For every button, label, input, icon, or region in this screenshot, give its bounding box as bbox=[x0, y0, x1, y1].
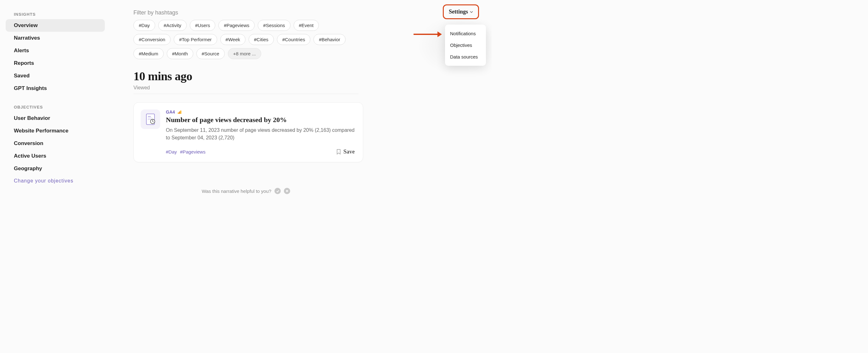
sidebar-item-website-performance[interactable]: Website Performance bbox=[6, 125, 105, 137]
hashtag-medium[interactable]: #Medium bbox=[133, 48, 164, 59]
sidebar-item-conversion[interactable]: Conversion bbox=[6, 137, 105, 150]
check-icon bbox=[276, 189, 279, 193]
hashtag-event[interactable]: #Event bbox=[293, 20, 319, 31]
hashtag-day[interactable]: #Day bbox=[133, 20, 155, 31]
feedback-text: Was this narrative helpful to you? bbox=[202, 188, 271, 194]
sidebar-item-gpt-insights[interactable]: GPT Insights bbox=[6, 82, 105, 95]
sidebar-item-active-users[interactable]: Active Users bbox=[6, 150, 105, 162]
card-source-label: GA4 bbox=[166, 109, 175, 115]
feedback-yes-button[interactable] bbox=[274, 188, 281, 194]
hashtag-pageviews[interactable]: #Pageviews bbox=[218, 20, 255, 31]
card-title: Number of page views decreased by 20% bbox=[166, 116, 355, 124]
close-icon bbox=[285, 189, 288, 193]
insight-card[interactable]: GA4 Number of page views decreased by 20… bbox=[133, 102, 363, 162]
hashtag-conversion[interactable]: #Conversion bbox=[133, 34, 170, 45]
hashtag-top-performer[interactable]: #Top Performer bbox=[174, 34, 217, 45]
chevron-down-icon bbox=[470, 11, 473, 13]
sidebar-item-geography[interactable]: Geography bbox=[6, 162, 105, 175]
dropdown-item-notifications[interactable]: Notifications bbox=[445, 28, 486, 39]
bookmark-icon bbox=[336, 149, 341, 155]
sidebar-item-saved[interactable]: Saved bbox=[6, 69, 105, 82]
hashtag-month[interactable]: #Month bbox=[167, 48, 193, 59]
sidebar-item-narratives[interactable]: Narratives bbox=[6, 32, 105, 44]
sidebar-item-overview[interactable]: Overview bbox=[6, 19, 105, 32]
change-objectives-link[interactable]: Change your objectives bbox=[6, 175, 105, 187]
time-heading: 10 mins ago bbox=[133, 69, 359, 83]
insights-section-label: INSIGHTS bbox=[6, 9, 105, 19]
dropdown-item-objectives[interactable]: Objectives bbox=[445, 39, 486, 51]
sidebar-item-alerts[interactable]: Alerts bbox=[6, 44, 105, 57]
hashtag-filter-group: #Day #Activity #Users #Pageviews #Sessio… bbox=[133, 20, 359, 59]
card-tag-day[interactable]: #Day bbox=[166, 149, 177, 155]
feedback-row: Was this narrative helpful to you? bbox=[133, 188, 359, 194]
hashtag-sessions[interactable]: #Sessions bbox=[258, 20, 290, 31]
settings-dropdown: Notifications Objectives Data sources bbox=[445, 25, 486, 66]
ga4-icon bbox=[178, 110, 182, 114]
settings-button[interactable]: Settings bbox=[443, 4, 479, 19]
dropdown-item-data-sources[interactable]: Data sources bbox=[445, 51, 486, 63]
card-document-icon bbox=[141, 109, 160, 129]
sidebar-item-user-behavior[interactable]: User Behavior bbox=[6, 112, 105, 125]
card-description: On September 11, 2023 number of page vie… bbox=[166, 126, 355, 141]
hashtag-behavior[interactable]: #Behavior bbox=[313, 34, 346, 45]
viewed-label: Viewed bbox=[133, 85, 359, 94]
hashtag-activity[interactable]: #Activity bbox=[158, 20, 187, 31]
save-label: Save bbox=[343, 149, 355, 155]
save-button[interactable]: Save bbox=[336, 149, 355, 155]
sidebar: INSIGHTS Overview Narratives Alerts Repo… bbox=[6, 9, 105, 187]
hashtag-source[interactable]: #Source bbox=[196, 48, 225, 59]
objectives-section-label: OBJECTIVES bbox=[6, 102, 105, 112]
hashtag-more[interactable]: +8 more ... bbox=[228, 48, 261, 59]
settings-label: Settings bbox=[449, 8, 468, 15]
card-tag-pageviews[interactable]: #Pageviews bbox=[180, 149, 206, 155]
hashtag-week[interactable]: #Week bbox=[220, 34, 246, 45]
hashtag-countries[interactable]: #Countries bbox=[277, 34, 311, 45]
sidebar-item-reports[interactable]: Reports bbox=[6, 57, 105, 69]
filter-label: Filter by hashtags bbox=[133, 9, 359, 16]
card-tags: #Day #Pageviews bbox=[166, 149, 206, 155]
hashtag-cities[interactable]: #Cities bbox=[249, 34, 274, 45]
feedback-no-button[interactable] bbox=[284, 188, 290, 194]
main-content: Filter by hashtags #Day #Activity #Users… bbox=[133, 9, 359, 162]
hashtag-users[interactable]: #Users bbox=[190, 20, 216, 31]
annotation-arrow bbox=[413, 31, 442, 37]
